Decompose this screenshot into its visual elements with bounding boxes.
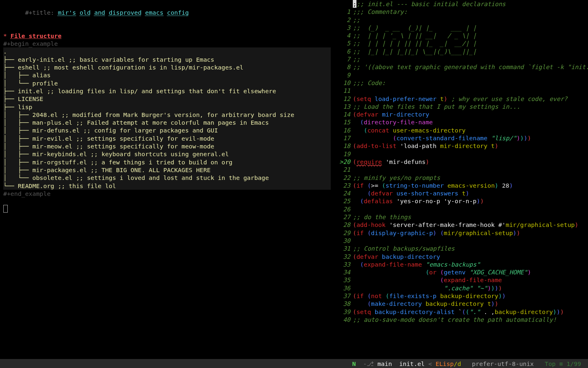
code-line[interactable]: (if (not (file-exists-p backup-directory…: [353, 292, 588, 300]
code-line[interactable]: (directory-file-name: [353, 118, 588, 126]
modeline: N -⎇ main init.el < ELisp/d prefer-utf-8…: [0, 359, 588, 368]
tree-line: ├── init.el ;; loading files in lisp/ an…: [3, 87, 331, 95]
code-line[interactable]: (defvar use-short-answers t): [353, 189, 588, 197]
code-line[interactable]: ;; |_| |_| |_||_| \__|(_)\___||_|: [353, 47, 588, 55]
title-word: disproved: [109, 9, 141, 16]
code-line[interactable]: [353, 237, 588, 245]
tree-line: ├── early-init.el ;; basic variables for…: [3, 56, 331, 63]
tree-line: │ └── profile: [3, 79, 331, 87]
code-line[interactable]: (defalias 'yes-or-no-p 'y-or-n-p)): [353, 197, 588, 205]
code-line[interactable]: ;;: [353, 55, 588, 63]
tree-line: │ └── obsolete.el ;; settings i loved an…: [3, 174, 331, 182]
code-line[interactable]: [353, 150, 588, 158]
title-word: config: [167, 9, 189, 16]
code-line[interactable]: (concat user-emacs-directory: [353, 126, 588, 134]
modeline-filename: init.el: [396, 360, 428, 368]
tree-line: │ ├── 2048.el ;; modified from Mark Burg…: [3, 111, 331, 119]
tree-line: ├── LICENSE: [3, 95, 331, 103]
code-line[interactable]: ;; (_) _ __ (_)| |_ ___ | |: [353, 24, 588, 31]
title-word: and: [94, 9, 105, 16]
code-line[interactable]: (convert-standard-filename "lisp/")))): [353, 134, 588, 142]
tree-line: │ ├── alias: [3, 71, 331, 79]
code-line[interactable]: ;;; Code:: [353, 79, 588, 87]
tree-line: └── README.org ;; this file lol: [3, 182, 331, 190]
code-line[interactable]: [353, 87, 588, 94]
code-line[interactable]: (add-to-list 'load-path mir-directory t): [353, 142, 588, 150]
org-keyword: #+title:: [25, 9, 58, 16]
tree-line: │ ├── mir-evil.el ;; settings specifical…: [3, 135, 331, 142]
code-line[interactable]: (require 'mir-defuns): [353, 158, 588, 166]
title-word: mir's: [58, 9, 76, 16]
modeline-major-mode: ELisp: [432, 360, 454, 368]
code-line[interactable]: ;; Control backups/swapfiles: [353, 245, 588, 252]
code-line[interactable]: (defvar mir-directory: [353, 110, 588, 118]
code-line[interactable]: ;; do the things: [353, 213, 588, 221]
code-line[interactable]: ;; Load the files that I put my settings…: [353, 103, 588, 110]
tree-line: ├── lisp: [3, 103, 331, 111]
line-number-gutter: 12345678910111213141516171819>2021222324…: [333, 0, 353, 342]
code-line[interactable]: (defvar backup-directory: [353, 253, 588, 260]
org-heading: * File structure: [3, 32, 333, 40]
modeline-encoding: prefer-utf-8-unix: [465, 360, 541, 368]
modeline-position: Top ≡ 1/99: [541, 360, 585, 368]
modeline-evil-state: N: [352, 360, 356, 368]
code-line[interactable]: (setq load-prefer-newer t) ; why ever us…: [353, 95, 588, 103]
tree-line: │ ├── mir-meow.el ;; settings specifical…: [3, 142, 331, 150]
example-block: .├── early-init.el ;; basic variables fo…: [3, 47, 331, 189]
org-end-example: #+end_example: [3, 190, 333, 197]
tree-line: │ ├── mir-keybinds.el ;; keyboard shortc…: [3, 150, 331, 158]
org-title-line: #+title: mir's old and disproved emacs c…: [3, 1, 333, 25]
tree-line: │ ├── man-plus.el ;; Failed attempt at m…: [3, 119, 331, 126]
code-line[interactable]: ".cache" "~")))): [353, 284, 588, 292]
code-line[interactable]: [353, 205, 588, 213]
tree-line: ├── eshell ;; most eshell configuration …: [3, 63, 331, 71]
tree-line: │ ├── mir-orgstuff.el ;; a few things i …: [3, 158, 331, 166]
code-line[interactable]: (or (getenv "XDG_CACHE_HOME"): [353, 268, 588, 276]
code-line[interactable]: ;; minify yes/no prompts: [353, 174, 588, 182]
cursor: [3, 205, 8, 213]
code-line[interactable]: (make-directory backup-directory t)): [353, 300, 588, 307]
tree-line: │ ├── mir-defuns.el ;; config for larger…: [3, 126, 331, 134]
title-word: old: [80, 9, 91, 16]
code-line[interactable]: ;; | | | | | || || |_ _| __/| |: [353, 39, 588, 47]
code-line[interactable]: ;; | | | '_ \ | || __| / _ \| |: [353, 31, 588, 39]
code-line[interactable]: (expand-file-name: [353, 276, 588, 284]
code-line[interactable]: [353, 166, 588, 173]
code-line[interactable]: [353, 71, 588, 79]
code-line[interactable]: ;; auto-save-mode doesn't create the pat…: [353, 316, 588, 323]
code-line[interactable]: ;;: [353, 16, 588, 24]
code-line[interactable]: (add-hook 'server-after-make-frame-hook …: [353, 221, 588, 229]
left-org-pane[interactable]: #+title: mir's old and disproved emacs c…: [0, 0, 333, 342]
code-line[interactable]: (setq backup-directory-alist `(("." . ,b…: [353, 308, 588, 316]
code-line[interactable]: ;;; Commentary:: [353, 8, 588, 16]
modeline-git-branch: main: [374, 360, 395, 368]
code-line[interactable]: (if (display-graphic-p) (mir/graphical-s…: [353, 229, 588, 237]
code-line[interactable]: ;;; init.el --- basic initial declaratio…: [353, 0, 588, 8]
org-begin-example: #+begin_example: [3, 40, 333, 47]
tree-line: .: [3, 47, 331, 55]
tree-line: │ ├── mir-packages.el ;; THE BIG ONE. AL…: [3, 166, 331, 174]
code-line[interactable]: ;; '((above text graphic generated with …: [353, 63, 588, 71]
right-elisp-pane[interactable]: 1 12345678910111213141516171819>20212223…: [333, 0, 588, 342]
code-area[interactable]: ;;; init.el --- basic initial declaratio…: [353, 0, 588, 342]
code-line[interactable]: (if (>= (string-to-number emacs-version)…: [353, 182, 588, 189]
title-word: emacs: [145, 9, 164, 16]
code-line[interactable]: (expand-file-name "emacs-backups": [353, 260, 588, 268]
